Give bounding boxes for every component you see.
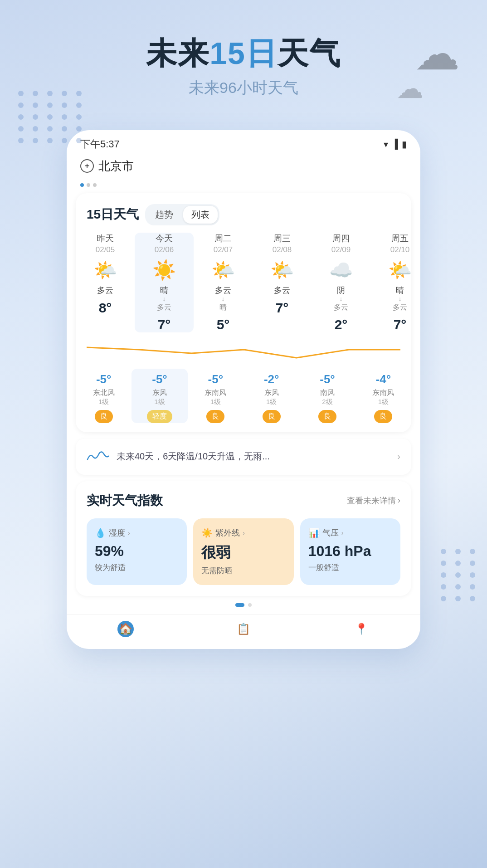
index-icon-2: 📊 bbox=[308, 527, 320, 538]
indices-link-arrow: › bbox=[398, 496, 400, 505]
index-label-0: 湿度 bbox=[109, 527, 125, 538]
weather-icon-1: ☀️ bbox=[152, 259, 176, 281]
wind-level-4: 2级 bbox=[322, 398, 332, 406]
wind-level-1: 1级 bbox=[154, 398, 165, 406]
forecast-wave-icon bbox=[87, 448, 109, 466]
tab-trend[interactable]: 趋势 bbox=[147, 206, 181, 224]
wifi-icon: ▾ bbox=[384, 139, 388, 150]
add-location-icon[interactable]: + bbox=[80, 159, 94, 173]
index-card-0[interactable]: 💧 湿度 › 59% 较为舒适 bbox=[87, 518, 187, 585]
day-date-5: 02/10 bbox=[390, 245, 410, 254]
wind-info-4: 南风 bbox=[320, 388, 335, 398]
wind-info-1: 东风 bbox=[152, 388, 167, 398]
indices-link[interactable]: 查看未来详情 › bbox=[347, 495, 400, 506]
day-date-4: 02/09 bbox=[331, 245, 351, 254]
weather-icon-5: 🌤️ bbox=[388, 259, 411, 281]
card-title: 15日天气 bbox=[87, 206, 139, 223]
indices-title: 实时天气指数 bbox=[87, 492, 163, 509]
hero-title-accent: 15日 bbox=[209, 36, 278, 70]
phone-mockup: 下午5:37 ▾ ▐ ▮ + 北京市 15日天气 趋势 列表 bbox=[67, 130, 420, 649]
weather-col-2: 周二 02/07 🌤️ 多云 ↓ 晴 5° bbox=[194, 233, 253, 332]
wind-info-5: 东南风 bbox=[372, 388, 394, 398]
air-badge-0: 良 bbox=[95, 410, 113, 423]
weather-desc-5: 晴 bbox=[396, 285, 404, 296]
wind-level-2: 1级 bbox=[210, 398, 221, 406]
air-badge-1: 轻度 bbox=[147, 410, 172, 423]
index-card-2[interactable]: 📊 气压 › 1016 hPa 一般舒适 bbox=[300, 518, 400, 585]
nav-list[interactable]: 📋 bbox=[235, 621, 252, 637]
weather-desc-1: 晴 bbox=[160, 285, 168, 296]
weather-icon-3: 🌤️ bbox=[270, 259, 294, 281]
bottom-nav: 🏠 📋 📍 bbox=[67, 614, 420, 640]
arrow-down-5: ↓ bbox=[399, 296, 402, 302]
tab-group: 趋势 列表 bbox=[145, 204, 219, 225]
card-header: 15日天气 趋势 列表 bbox=[76, 204, 411, 233]
wind-level-5: 1级 bbox=[378, 398, 389, 406]
hero-title-part2: 天气 bbox=[278, 36, 341, 70]
temp-low-0: -5° bbox=[96, 372, 112, 386]
weather-col-low-1: -5° 东风 1级 轻度 bbox=[131, 369, 187, 423]
air-badge-2: 良 bbox=[206, 410, 224, 423]
indices-header: 实时天气指数 查看未来详情 › bbox=[87, 492, 400, 509]
phone-wrapper: 下午5:37 ▾ ▐ ▮ + 北京市 15日天气 趋势 列表 bbox=[0, 130, 487, 649]
wind-info-3: 东风 bbox=[264, 388, 279, 398]
day-name-4: 周四 bbox=[332, 233, 350, 244]
arrow-down-2: ↓ bbox=[222, 296, 225, 302]
pagination-dots bbox=[67, 603, 420, 607]
index-label-row-2: 📊 气压 › bbox=[308, 527, 392, 538]
location-bar[interactable]: + 北京市 bbox=[67, 155, 420, 181]
weather-desc-sub-2: 晴 bbox=[219, 303, 227, 312]
location-name: 北京市 bbox=[98, 158, 134, 174]
nav-location[interactable]: 📍 bbox=[353, 621, 370, 637]
hero-title: 未来15日天气 bbox=[0, 36, 487, 70]
dots-decoration-left bbox=[18, 91, 84, 143]
tab-list[interactable]: 列表 bbox=[183, 206, 218, 224]
day-date-3: 02/08 bbox=[273, 245, 292, 254]
page-dot-1 bbox=[235, 603, 244, 607]
dot-3 bbox=[93, 183, 97, 187]
page-dot-2 bbox=[248, 603, 252, 607]
index-desc-1: 无需防晒 bbox=[201, 566, 285, 576]
weather-col-1: 今天 02/06 ☀️ 晴 ↓ 多云 7° bbox=[135, 233, 194, 332]
wind-level-3: 1级 bbox=[266, 398, 277, 406]
status-time: 下午5:37 bbox=[80, 137, 120, 151]
weather-desc-sub-1: 多云 bbox=[157, 303, 171, 312]
index-desc-2: 一般舒适 bbox=[308, 562, 392, 573]
wind-info-2: 东南风 bbox=[205, 388, 226, 398]
nav-location-icon: 📍 bbox=[353, 621, 370, 637]
temp-high-2: 5° bbox=[217, 317, 230, 332]
index-label-row-0: 💧 湿度 › bbox=[95, 527, 179, 538]
forecast-text: 未来40天，6天降温/10天升温，无雨... bbox=[117, 450, 390, 463]
signal-icon: ▐ bbox=[392, 139, 398, 149]
wind-info-0: 东北风 bbox=[93, 388, 115, 398]
weather-col-low-5: -4° 东南风 1级 良 bbox=[356, 369, 411, 423]
weather-col-low-2: -5° 东南风 1级 良 bbox=[188, 369, 244, 423]
day-name-0: 昨天 bbox=[97, 233, 114, 244]
weather-icon-0: 🌤️ bbox=[93, 259, 117, 281]
day-date-0: 02/05 bbox=[96, 245, 115, 254]
index-arrow-2: › bbox=[341, 529, 344, 536]
forecast-arrow: › bbox=[397, 451, 400, 462]
forecast-banner[interactable]: 未来40天，6天降温/10天升温，无雨... › bbox=[76, 439, 411, 475]
weather-scroll[interactable]: 昨天 02/05 🌤️ 多云 8° 今天 02/06 ☀️ 晴 ↓ 多云 7° … bbox=[76, 233, 411, 332]
weather-card: 15日天气 趋势 列表 昨天 02/05 🌤️ 多云 8° 今天 02/06 ☀… bbox=[76, 193, 411, 432]
weather-desc-sub-4: 多云 bbox=[334, 303, 348, 312]
arrow-down-1: ↓ bbox=[163, 296, 166, 302]
temp-low-1: -5° bbox=[152, 372, 167, 386]
temp-low-3: -2° bbox=[264, 372, 279, 386]
air-badge-4: 良 bbox=[318, 410, 336, 423]
weather-icon-2: 🌤️ bbox=[211, 259, 235, 281]
temperature-chart bbox=[87, 336, 400, 363]
index-value-1: 很弱 bbox=[201, 543, 285, 563]
index-desc-0: 较为舒适 bbox=[95, 562, 179, 573]
indices-section: 实时天气指数 查看未来详情 › 💧 湿度 › 59% 较为舒适 ☀️ 紫外线 ›… bbox=[76, 481, 411, 596]
weather-col-low-3: -2° 东风 1级 良 bbox=[244, 369, 299, 423]
index-card-1[interactable]: ☀️ 紫外线 › 很弱 无需防晒 bbox=[193, 518, 293, 585]
index-value-0: 59% bbox=[95, 543, 179, 560]
weather-col-0: 昨天 02/05 🌤️ 多云 8° bbox=[76, 233, 135, 332]
temp-high-3: 7° bbox=[276, 300, 289, 316]
nav-home[interactable]: 🏠 bbox=[117, 621, 134, 637]
weather-desc-3: 多云 bbox=[274, 285, 290, 296]
temp-high-1: 7° bbox=[158, 317, 171, 332]
arrow-down-4: ↓ bbox=[340, 296, 343, 302]
